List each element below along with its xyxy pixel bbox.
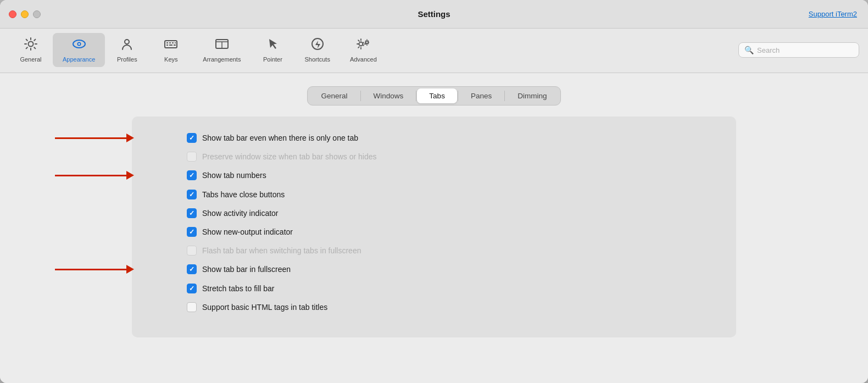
svg-point-3 [78,43,80,45]
subtabs-inner: General Windows Tabs Panes Dimming [307,86,561,106]
svg-point-0 [29,42,34,47]
titlebar: Settings Support iTerm2 [0,0,868,29]
checkbox-show-new-output-indicator[interactable] [187,227,197,237]
search-input[interactable] [757,46,853,54]
setting-row-show-tab-bar-one-tab: Show tab bar even when there is only one… [154,133,714,143]
checkbox-show-tab-bar-fullscreen[interactable] [187,264,197,274]
subtab-general[interactable]: General [309,88,360,103]
window-title: Settings [418,9,450,19]
checkbox-support-html-tags[interactable] [187,302,197,312]
subtab-divider-4 [504,91,505,101]
keyboard-icon [163,36,179,54]
label-tabs-close-buttons: Tabs have close buttons [202,190,285,199]
toolbar-item-keys[interactable]: Keys [149,33,193,67]
support-link[interactable]: Support iTerm2 [809,10,857,18]
checkbox-show-activity-indicator[interactable] [187,208,197,218]
toolbar-label-pointer: Pointer [263,56,282,63]
subtab-divider-1 [360,91,361,101]
arrow-1 [55,134,134,142]
main-window: Settings Support iTerm2 General [0,0,868,383]
checkbox-show-tab-bar-one-tab[interactable] [187,133,197,143]
svg-rect-7 [169,42,171,43]
toolbar: General Appearance Profiles [0,29,868,73]
svg-rect-10 [166,45,168,46]
checkbox-stretch-tabs[interactable] [187,284,197,293]
toolbar-item-arrangements[interactable]: Arrangements [193,33,251,67]
toolbar-item-profiles[interactable]: Profiles [105,33,149,67]
subtab-divider-3 [458,91,458,101]
svg-rect-11 [169,45,173,46]
subtab-windows[interactable]: Windows [361,88,416,103]
label-show-tab-bar-one-tab: Show tab bar even when there is only one… [202,133,358,143]
checkbox-wrapper-6: Show new-output indicator [187,227,293,237]
checkbox-show-tab-numbers[interactable] [187,170,197,180]
bolt-icon [310,36,325,54]
checkbox-wrapper-8: Show tab bar in fullscreen [187,264,291,274]
subtab-tabs[interactable]: Tabs [417,88,457,103]
gear-icon [23,36,38,54]
setting-row-support-html-tags: Support basic HTML tags in tab titles [154,302,714,312]
label-show-new-output-indicator: Show new-output indicator [202,227,293,237]
label-show-tab-bar-fullscreen: Show tab bar in fullscreen [202,264,291,274]
toolbar-item-pointer[interactable]: Pointer [251,33,294,67]
checkbox-wrapper-10: Support basic HTML tags in tab titles [187,302,327,312]
checkbox-flash-tab-bar[interactable] [187,246,197,256]
label-show-activity-indicator: Show activity indicator [202,208,279,218]
checkbox-tabs-close-buttons[interactable] [187,190,197,199]
window-icon [214,36,230,54]
svg-rect-9 [175,42,176,43]
subtab-dimming[interactable]: Dimming [505,88,559,103]
advanced-gear-icon [354,36,372,54]
toolbar-label-appearance: Appearance [63,56,95,63]
checkbox-preserve-window-size[interactable] [187,152,197,162]
checkbox-wrapper-9: Stretch tabs to fill bar [187,284,275,293]
toolbar-label-profiles: Profiles [117,56,137,63]
setting-row-tabs-close-buttons: Tabs have close buttons [154,190,714,199]
label-preserve-window-size: Preserve window size when tab bar shows … [202,152,377,162]
subtab-panes[interactable]: Panes [459,88,504,103]
svg-point-17 [359,42,363,46]
label-support-html-tags: Support basic HTML tags in tab titles [202,302,327,312]
close-button[interactable] [9,10,16,18]
setting-row-flash-tab-bar: Flash tab bar when switching tabs in ful… [154,246,714,256]
arrow-3 [55,265,134,274]
toolbar-item-appearance[interactable]: Appearance [53,33,105,67]
svg-point-4 [125,40,129,44]
toolbar-item-shortcuts[interactable]: Shortcuts [294,33,340,67]
svg-rect-6 [166,42,168,43]
checkbox-wrapper-7: Flash tab bar when switching tabs in ful… [187,246,361,256]
svg-rect-5 [165,41,177,48]
label-stretch-tabs: Stretch tabs to fill bar [202,284,275,293]
toolbar-label-shortcuts: Shortcuts [304,56,330,63]
svg-rect-8 [172,42,174,43]
checkbox-wrapper-1: Show tab bar even when there is only one… [187,133,358,143]
checkbox-wrapper-5: Show activity indicator [187,208,279,218]
toolbar-label-general: General [20,56,41,63]
toolbar-item-general[interactable]: General [9,33,53,67]
toolbar-label-advanced: Advanced [350,56,377,63]
main-content: General Windows Tabs Panes Dimming [0,73,868,383]
search-icon: 🔍 [744,46,754,54]
toolbar-label-keys: Keys [164,56,177,63]
traffic-lights [9,10,41,18]
subtabs-container: General Windows Tabs Panes Dimming [16,86,852,106]
minimize-button[interactable] [21,10,29,18]
maximize-button[interactable] [33,10,41,18]
setting-row-show-new-output-indicator: Show new-output indicator [154,227,714,237]
setting-row-show-activity-indicator: Show activity indicator [154,208,714,218]
search-box[interactable]: 🔍 [738,42,859,58]
setting-row-stretch-tabs: Stretch tabs to fill bar [154,284,714,293]
checkbox-wrapper-4: Tabs have close buttons [187,190,285,199]
arrow-2 [55,171,134,180]
setting-row-preserve-window-size: Preserve window size when tab bar shows … [154,152,714,162]
setting-row-show-tab-numbers: Show tab numbers [154,170,714,180]
subtab-divider-2 [416,91,416,101]
toolbar-label-arrangements: Arrangements [203,56,241,63]
person-icon [119,36,135,54]
eye-icon [71,36,87,54]
toolbar-item-advanced[interactable]: Advanced [340,33,387,67]
checkbox-wrapper-3: Show tab numbers [187,170,266,180]
settings-panel: Show tab bar even when there is only one… [132,116,736,337]
svg-rect-12 [174,45,176,46]
setting-row-show-tab-bar-fullscreen: Show tab bar in fullscreen [154,264,714,274]
